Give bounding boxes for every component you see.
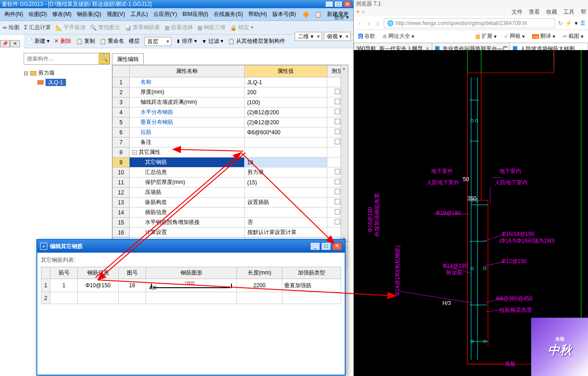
tb-find[interactable]: 🔍 查找图元	[90, 24, 120, 31]
rebar-length[interactable]: 2200	[237, 279, 282, 292]
menu-tools[interactable]: 工具(L)	[129, 10, 150, 19]
back-button[interactable]: ‹	[357, 20, 363, 27]
globe-icon: 🌐	[387, 18, 394, 28]
prop-row[interactable]: 7备注	[113, 137, 348, 147]
menu-icon[interactable]: ☰	[580, 20, 585, 26]
refresh-icon[interactable]: ↻	[558, 20, 563, 26]
tb-new[interactable]: 📄 新建 ▾	[26, 37, 50, 45]
tree-item-jlq1[interactable]: JLQ-1	[24, 78, 110, 87]
tb-sum[interactable]: Σ 汇总计算	[24, 24, 51, 31]
dialog-close[interactable]: ✕	[332, 242, 342, 250]
dropdown-icon[interactable]: ▾	[575, 20, 578, 26]
rebar-info[interactable]: Φ10@150	[78, 279, 119, 292]
dialog-maximize[interactable]: □	[321, 242, 331, 250]
prop-row[interactable]: 10汇总信息剪力墙	[113, 168, 348, 178]
brw-menu-fav[interactable]: 收藏	[546, 8, 557, 16]
tb-sort[interactable]: ⬍ 排序 ▾	[176, 37, 197, 45]
url-input[interactable]: 🌐 http://www.fwxgx.com/question/gimq/det…	[384, 18, 555, 28]
menu-help[interactable]: 帮助(H)	[246, 10, 269, 19]
collapse-icon[interactable]: ⊟	[24, 70, 28, 76]
tb-draw[interactable]: ✏ 绘图	[3, 24, 20, 31]
property-scrollbar[interactable]	[341, 65, 348, 242]
rebar-drawing[interactable]: 18	[119, 279, 146, 292]
tree-root-shearwall[interactable]: ⊟ 剪力墙	[24, 68, 110, 78]
prop-row[interactable]: 11保护层厚度(mm)(15)	[113, 178, 348, 188]
star-icon[interactable]: ✦ >	[356, 9, 365, 15]
menu-bim[interactable]: BIM应用(I)	[181, 10, 210, 19]
tb-view-rebar[interactable]: 📊 查看钢筋量	[125, 24, 160, 31]
home-button[interactable]: ⌂	[375, 20, 381, 27]
app-title: 量软件 GGJ2013 - [D:\预结算及描筋\ 联达描筋\测试-1.GGJ1…	[2, 0, 325, 8]
login-link[interactable]: 登录 ▾	[334, 14, 349, 21]
bm-trans[interactable]: Aa 翻译 ▾	[530, 31, 557, 41]
prop-row[interactable]: 13纵筋构造设置插筋	[113, 198, 348, 208]
rebar-shape-cell[interactable]: 400 1800	[146, 279, 237, 292]
rebar-id[interactable]: 1	[50, 279, 78, 292]
dialog-titlebar[interactable]: + 编辑其它钢筋 _ □ ✕	[37, 240, 345, 253]
tb-copy[interactable]: 📋 复制	[76, 37, 95, 45]
tab-close-icon[interactable]: ✕	[10, 40, 20, 47]
maximize-button[interactable]: □	[334, 1, 342, 7]
ad-banner[interactable]: 全场 中秋	[531, 318, 588, 376]
tb-copy-from-floor[interactable]: 📋 从其他楼层复制构件	[228, 37, 285, 45]
floor-dropdown[interactable]: 首层	[144, 37, 171, 46]
bm-bank[interactable]: ✓ 网银 ▾	[502, 31, 527, 41]
compat-icon[interactable]: ⚡	[565, 20, 572, 26]
svg-line-27	[483, 262, 504, 266]
view-dir-dropdown[interactable]: 俯视 ▾	[324, 32, 351, 41]
prop-row[interactable]: 1名称JLQ-1	[113, 77, 348, 87]
menu-view[interactable]: 视图(V)	[105, 10, 127, 19]
search-button[interactable]: 🔍	[99, 53, 110, 64]
tb-lock[interactable]: 🔒 锁定 ▾	[230, 24, 253, 31]
menu-version[interactable]: 版本号(B)	[271, 10, 298, 19]
rebar-row-2[interactable]: 2	[41, 292, 341, 304]
brw-menu-help[interactable]: 帮	[581, 8, 586, 16]
prop-row[interactable]: 6拉筋Φ6@600*400	[113, 127, 348, 137]
prop-row[interactable]: 4水平分布钢筋(2)Φ12@200	[113, 107, 348, 117]
tb-batch-select[interactable]: ▦ 批量选择	[165, 24, 193, 31]
prop-row[interactable]: 3轴线距左墙皮距离(mm)(100)	[113, 97, 348, 107]
prop-row[interactable]: 2厚度(mm)200	[113, 87, 348, 97]
view-mode-dropdown[interactable]: 二维 ▾	[295, 32, 322, 41]
prop-row[interactable]: 15水平钢筋拐角增加搭接否	[113, 218, 348, 228]
menu-icon-2[interactable]: 📋	[313, 10, 323, 19]
prop-row[interactable]: 8−其它属性	[113, 147, 348, 158]
app-titlebar[interactable]: 量软件 GGJ2013 - [D:\预结算及描筋\ 联达描筋\测试-1.GGJ1…	[0, 0, 353, 8]
bm-snap[interactable]: ✂ 截图 ▾	[561, 31, 585, 41]
menu-component[interactable]: 构件(N)	[3, 10, 25, 19]
menu-icon-1[interactable]: 🔶	[301, 10, 311, 19]
search-input[interactable]	[24, 56, 99, 62]
prop-row[interactable]: 5垂直分布钢筋(2)Φ12@200	[113, 117, 348, 127]
menu-rebar[interactable]: 钢筋量(Q)	[75, 10, 103, 19]
brw-menu-file[interactable]: 文件	[512, 8, 523, 16]
tb-rename[interactable]: 📋 重命名	[100, 37, 124, 45]
minimize-button[interactable]: _	[325, 1, 333, 7]
menu-modify[interactable]: 修改(M)	[50, 10, 73, 19]
brw-menu-tools[interactable]: 工具	[563, 8, 574, 16]
prop-row[interactable]: 12压墙筋	[113, 188, 348, 198]
tb-filter[interactable]: ▼ 过滤 ▾	[201, 37, 223, 45]
menu-online[interactable]: 在线服务(S)	[212, 10, 245, 19]
menu-draw[interactable]: 绘图(D)	[27, 10, 49, 19]
rebar-row-1[interactable]: 1 1 Φ10@150 18 400 1800 2200	[41, 279, 341, 292]
prop-row[interactable]: 14插筋信息	[113, 208, 348, 218]
menu-cloud[interactable]: 云应用(Y)	[151, 10, 179, 19]
dialog-minimize[interactable]: _	[310, 242, 320, 250]
tb-delete[interactable]: ✕ 删除	[54, 37, 71, 45]
cad-side3: Φ14@190(热轧钢筋)	[394, 245, 401, 296]
prop-row[interactable]: 9其它钢筋18	[113, 158, 348, 168]
bm-google[interactable]: g 谷歌	[357, 31, 377, 41]
tb-align-slab[interactable]: 📐 平齐板顶	[55, 24, 85, 31]
close-button[interactable]: ✕	[343, 1, 352, 7]
bm-addr[interactable]: ⊕ 网址大全 ▾	[381, 31, 416, 41]
brw-menu-view[interactable]: 查看	[529, 8, 540, 16]
cad-drawing-area[interactable]: 地下室外 人防地下室外 地下室内 人防地下室内 50 350 Φ16@190 Φ…	[354, 50, 588, 376]
bm-ext[interactable]: ▦ 扩展 ▾	[473, 31, 498, 41]
tab-pin-icon[interactable]: 📌	[0, 40, 10, 47]
tb-rebar-3d[interactable]: ▦ 钢筋三维	[197, 24, 226, 31]
prop-row[interactable]: 16计算设置按默认计算设置计算	[113, 228, 348, 238]
rebar-type[interactable]: 垂直加强筋	[282, 279, 341, 292]
svg-line-29	[399, 291, 471, 303]
property-edit-tab[interactable]: 属性编辑	[112, 53, 144, 65]
forward-button[interactable]: ›	[366, 20, 372, 27]
